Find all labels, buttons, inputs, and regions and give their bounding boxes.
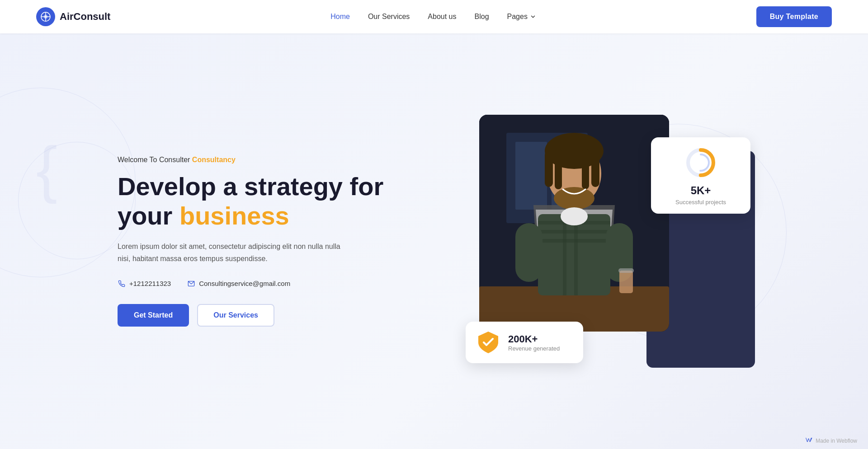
btn-row: Get Started Our Services: [118, 304, 389, 327]
ring-chart: [684, 146, 717, 179]
made-in-webflow-text: Made in Webflow: [816, 438, 857, 444]
svg-rect-24: [563, 214, 566, 295]
svg-rect-18: [582, 149, 589, 189]
svg-rect-25: [574, 214, 578, 295]
phone-icon: [118, 280, 126, 288]
revenue-stat-number: 200K+: [508, 333, 560, 345]
stats-card-projects: 5K+ Successful projects: [651, 137, 750, 214]
svg-point-33: [693, 154, 709, 171]
nav-item-about[interactable]: About us: [428, 13, 456, 21]
projects-stat-number: 5K+: [691, 184, 711, 197]
svg-point-19: [554, 187, 594, 210]
logo-area[interactable]: AirConsult: [36, 7, 110, 26]
svg-rect-29: [619, 271, 633, 293]
email-icon: [187, 280, 195, 288]
navbar: AirConsult Home Our Services About us Bl…: [0, 0, 868, 33]
nav-item-services[interactable]: Our Services: [368, 13, 410, 21]
logo-text: AirConsult: [60, 11, 110, 23]
footer-bar: Made in Webflow: [795, 433, 868, 449]
nav-item-pages[interactable]: Pages: [507, 13, 536, 21]
our-services-button[interactable]: Our Services: [197, 304, 274, 327]
projects-stat-label: Successful projects: [675, 199, 726, 206]
nav-item-blog[interactable]: Blog: [475, 13, 489, 21]
nav-item-home[interactable]: Home: [330, 13, 350, 21]
buy-template-button[interactable]: Buy Template: [756, 6, 832, 27]
email-contact: Consultingservice@gmail.com: [187, 280, 290, 288]
hero-description: Lorem ipsum dolor sit amet, consectetur …: [118, 240, 344, 265]
revenue-stat-label: Revenue generated: [508, 345, 560, 352]
svg-rect-30: [618, 268, 634, 273]
hero-inner: Welcome To Consulter Consultancy Develop…: [118, 115, 750, 368]
get-started-button[interactable]: Get Started: [118, 304, 189, 327]
hero-section: { Welcome To Consulter Consultancy Devel…: [0, 33, 868, 449]
revenue-stats-text: 200K+ Revenue generated: [508, 333, 560, 352]
svg-rect-17: [591, 151, 599, 187]
nav-links: Home Our Services About us Blog Pages: [330, 13, 536, 21]
svg-point-26: [561, 207, 588, 225]
hero-image-bg: [479, 115, 669, 332]
phone-contact: +1212211323: [118, 280, 171, 288]
svg-rect-7: [515, 142, 547, 210]
svg-rect-15: [545, 151, 553, 187]
webflow-logo-icon: [806, 437, 813, 444]
hero-right: 5K+ Successful projects 200K+ Revenue ge…: [452, 115, 750, 368]
deco-circle-1: [0, 88, 136, 277]
main-image-card: [479, 115, 669, 332]
deco-bracket: {: [36, 137, 57, 201]
stats-card-revenue: 200K+ Revenue generated: [466, 322, 583, 363]
svg-rect-27: [515, 223, 542, 282]
shield-icon: [476, 330, 501, 355]
logo-icon: [36, 7, 55, 26]
hero-left: Welcome To Consulter Consultancy Develop…: [118, 156, 389, 326]
welcome-tag: Welcome To Consulter Consultancy: [118, 156, 389, 164]
contact-row: +1212211323 Consultingservice@gmail.com: [118, 280, 389, 288]
hero-title: Develop a strategy for your business: [118, 172, 389, 230]
svg-rect-16: [555, 149, 562, 189]
